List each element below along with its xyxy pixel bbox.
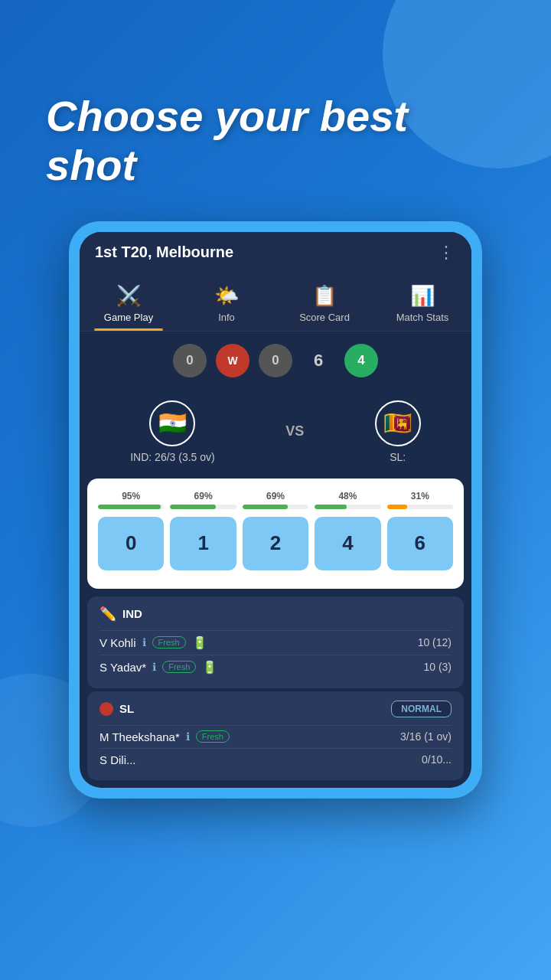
scorecard-icon: 📋 — [312, 284, 337, 308]
match-header: 1st T20, Melbourne ⋮ — [80, 232, 471, 273]
shot-btn-1[interactable]: 1 — [170, 517, 236, 570]
vs-label: VS — [285, 423, 304, 439]
kohli-info-icon: ℹ — [142, 636, 146, 648]
shot-col-4: 48% 4 — [311, 491, 383, 570]
yadav-name: S Yadav* — [99, 661, 146, 674]
shot-btn-2[interactable]: 2 — [243, 517, 308, 570]
pencil-icon: ✏️ — [99, 606, 116, 622]
shot-bar-track-6 — [387, 505, 453, 509]
shot-pct-2: 69% — [266, 491, 285, 501]
sl-header-left: SL — [99, 702, 134, 716]
theekshana-info-icon: ℹ — [186, 730, 190, 743]
sl-player-section: SL NORMAL M Theekshana* ℹ Fresh 3/16 (1 … — [87, 691, 464, 780]
normal-badge[interactable]: NORMAL — [391, 701, 452, 717]
theekshana-score: 3/16 (1 ov) — [400, 730, 452, 743]
tab-matchstats-label: Match Stats — [396, 312, 449, 323]
shot-bars: 95% 0 69% 1 69% — [95, 491, 456, 570]
player-row-dili: S Dili... 0/10... — [99, 748, 452, 771]
player-row-kohli: V Kohli ℹ Fresh 🔋 10 (12) — [99, 630, 452, 655]
phone-screen: 1st T20, Melbourne ⋮ ⚔️ Game Play 🌤️ Inf… — [80, 232, 471, 788]
tab-scorecard[interactable]: 📋 Score Card — [276, 273, 373, 331]
shot-col-6: 31% 6 — [384, 491, 456, 570]
ball-6: 6 — [302, 344, 335, 377]
ball-0-second: 0 — [259, 344, 292, 377]
match-title: 1st T20, Melbourne — [95, 243, 233, 261]
ind-team-label: IND — [122, 607, 142, 620]
phone-shell: 1st T20, Melbourne ⋮ ⚔️ Game Play 🌤️ Inf… — [69, 221, 482, 799]
shot-bar-fill-6 — [387, 505, 408, 509]
yadav-info-icon: ℹ — [152, 661, 156, 673]
hero-heading: Choose your best shot — [0, 0, 551, 221]
ball-4: 4 — [344, 344, 378, 377]
ind-score: IND: 26/3 (3.5 ov) — [130, 451, 215, 463]
tab-gameplay[interactable]: ⚔️ Game Play — [80, 273, 178, 331]
kohli-fresh-badge: Fresh — [152, 636, 186, 648]
ball-0-first: 0 — [173, 344, 207, 377]
sl-header: SL NORMAL — [99, 701, 452, 717]
shot-bar-track-0 — [98, 505, 164, 509]
sl-dot-icon — [99, 702, 113, 716]
shot-pct-6: 31% — [411, 491, 429, 501]
player-row-theekshana: M Theekshana* ℹ Fresh 3/16 (1 ov) — [99, 725, 452, 748]
tab-info-label: Info — [218, 312, 235, 323]
shot-bar-fill-2 — [243, 505, 289, 509]
dili-score: 0/10... — [422, 753, 452, 766]
shot-pct-1: 69% — [194, 491, 213, 501]
shot-btn-0[interactable]: 0 — [98, 517, 164, 570]
shot-bar-fill-0 — [98, 505, 161, 509]
ind-player-section: ✏️ IND V Kohli ℹ Fresh 🔋 10 (12) S Yadav… — [87, 596, 464, 688]
shot-btn-4[interactable]: 4 — [315, 517, 380, 570]
theekshana-fresh-badge: Fresh — [196, 730, 230, 743]
shot-col-0: 95% 0 — [95, 491, 167, 570]
yadav-info: S Yadav* ℹ Fresh 🔋 — [99, 660, 217, 675]
shot-bar-track-4 — [315, 505, 380, 509]
theekshana-info: M Theekshana* ℹ Fresh — [99, 730, 230, 743]
sl-score: SL: — [390, 451, 406, 463]
sl-team-label: SL — [119, 702, 134, 715]
kohli-battery-icon: 🔋 — [192, 635, 207, 650]
dili-info: S Dili... — [99, 753, 136, 766]
tab-gameplay-label: Game Play — [104, 312, 153, 323]
shot-bar-track-2 — [243, 505, 308, 509]
ball-W: W — [216, 344, 249, 377]
kohli-name: V Kohli — [99, 636, 136, 649]
away-team: 🇱🇰 SL: — [375, 400, 421, 463]
theekshana-name: M Theekshana* — [99, 730, 180, 743]
ind-flag: 🇮🇳 — [149, 400, 195, 446]
info-icon: 🌤️ — [214, 284, 239, 308]
yadav-fresh-badge: Fresh — [162, 661, 196, 673]
dili-name: S Dili... — [99, 753, 136, 766]
matchstats-icon: 📊 — [410, 284, 435, 308]
tab-matchstats[interactable]: 📊 Match Stats — [373, 273, 471, 331]
sl-flag: 🇱🇰 — [375, 400, 421, 446]
home-team: 🇮🇳 IND: 26/3 (3.5 ov) — [130, 400, 215, 463]
shot-bar-track-1 — [170, 505, 236, 509]
yadav-score: 10 (3) — [423, 661, 452, 673]
shot-btn-6[interactable]: 6 — [387, 517, 453, 570]
kohli-score: 10 (12) — [418, 636, 452, 648]
tab-scorecard-label: Score Card — [299, 312, 350, 323]
shot-bar-fill-4 — [315, 505, 346, 509]
shot-col-1: 69% 1 — [167, 491, 239, 570]
tab-info[interactable]: 🌤️ Info — [178, 273, 276, 331]
shot-pct-0: 95% — [122, 491, 140, 501]
teams-section: 🇮🇳 IND: 26/3 (3.5 ov) VS 🇱🇰 SL: — [80, 390, 471, 471]
nav-tabs: ⚔️ Game Play 🌤️ Info 📋 Score Card 📊 Matc… — [80, 273, 471, 332]
ball-row: 0 W 0 6 4 — [80, 332, 471, 390]
ind-team-header: ✏️ IND — [99, 606, 452, 622]
yadav-battery-icon: 🔋 — [202, 660, 217, 675]
kohli-info: V Kohli ℹ Fresh 🔋 — [99, 635, 207, 650]
player-row-yadav: S Yadav* ℹ Fresh 🔋 10 (3) — [99, 655, 452, 679]
shot-pct-4: 48% — [338, 491, 357, 501]
gameplay-icon: ⚔️ — [116, 284, 141, 308]
shot-bar-fill-1 — [170, 505, 216, 509]
shot-section: 95% 0 69% 1 69% — [87, 479, 464, 589]
more-icon[interactable]: ⋮ — [438, 243, 456, 263]
shot-col-2: 69% 2 — [240, 491, 311, 570]
